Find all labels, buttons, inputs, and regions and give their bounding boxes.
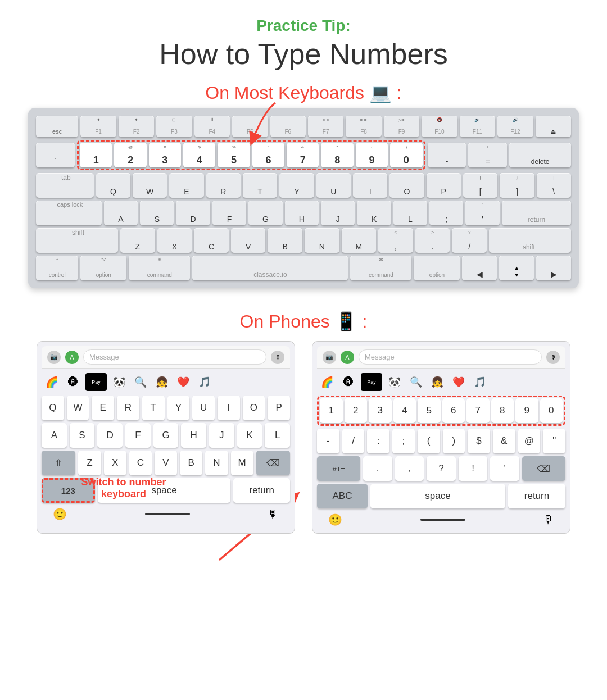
key-t[interactable]: T (243, 173, 277, 198)
key-h[interactable]: H (285, 201, 319, 225)
key-left-arrow[interactable]: ◀ (462, 256, 497, 280)
pkey-e[interactable]: E (92, 396, 114, 420)
emoji-memoji1[interactable]: 🐼 (110, 373, 128, 391)
pkey-backspace-left[interactable]: ⌫ (256, 451, 290, 475)
pkey-return-right[interactable]: return (508, 484, 565, 508)
pkey-lparen[interactable]: ( (418, 429, 440, 453)
key-rbracket[interactable]: }] (500, 173, 534, 198)
pkey-x[interactable]: X (104, 451, 126, 475)
key-n[interactable]: N (305, 228, 339, 253)
pkey-apos[interactable]: ' (490, 456, 519, 481)
key-s[interactable]: S (140, 201, 174, 225)
emoji-music-r[interactable]: 🎵 (471, 373, 489, 391)
key-f12[interactable]: 🔊F12 (497, 116, 533, 137)
pkey-num1[interactable]: 1 (320, 398, 343, 423)
left-phone-message-input[interactable]: Message (83, 349, 266, 365)
key-o[interactable]: O (389, 173, 424, 198)
left-phone-audio-icon[interactable]: 🎙 (271, 351, 284, 364)
emoji-memoji1-r[interactable]: 🐼 (386, 373, 404, 391)
pkey-w[interactable]: W (67, 396, 89, 420)
emoji-heart-r[interactable]: ❤️ (450, 373, 468, 391)
key-lbracket[interactable]: {[ (463, 173, 497, 198)
emoji-button-left[interactable]: 🙂 (53, 507, 67, 521)
key-semicolon[interactable]: :; (429, 201, 463, 225)
pkey-num9[interactable]: 9 (515, 398, 538, 423)
key-comma[interactable]: <, (378, 228, 413, 253)
key-y[interactable]: Y (279, 173, 314, 198)
pkey-shift[interactable]: ⇧ (42, 451, 75, 475)
right-phone-message-input[interactable]: Message (359, 349, 542, 365)
key-ctrl-left[interactable]: ^control (36, 256, 78, 280)
key-9[interactable]: (9 (356, 143, 388, 167)
pkey-return-left[interactable]: return (233, 478, 290, 503)
pkey-h[interactable]: H (181, 423, 206, 448)
key-cmd-left[interactable]: ⌘command (129, 256, 190, 280)
pkey-colon[interactable]: : (367, 429, 389, 453)
emoji-heart[interactable]: ❤️ (174, 373, 192, 391)
key-f10[interactable]: 🔇F10 (422, 116, 457, 137)
pkey-num6[interactable]: 6 (442, 398, 465, 423)
key-r[interactable]: R (206, 173, 241, 198)
key-f4[interactable]: ⠿F4 (194, 116, 230, 137)
pkey-i[interactable]: I (218, 396, 240, 420)
right-phone-audio-icon[interactable]: 🎙 (546, 351, 560, 364)
key-f11[interactable]: 🔉F11 (460, 116, 495, 137)
key-v[interactable]: V (231, 228, 266, 253)
pkey-comma-r[interactable]: , (395, 456, 424, 481)
pkey-semicolon[interactable]: ; (392, 429, 415, 453)
key-f3[interactable]: ⊞F3 (156, 116, 192, 137)
key-cmd-right[interactable]: ⌘command (350, 256, 411, 280)
key-f1[interactable]: ✦F1 (80, 116, 116, 137)
pkey-n[interactable]: N (205, 451, 228, 475)
key-f8[interactable]: ⊳⊳F8 (346, 116, 381, 137)
key-right-arrow[interactable]: ▶ (536, 256, 571, 280)
pkey-at[interactable]: @ (518, 429, 541, 453)
key-tab[interactable]: tab (36, 173, 94, 198)
emoji-memoji2[interactable]: 👧 (153, 373, 171, 391)
key-8[interactable]: *8 (321, 143, 353, 167)
key-k[interactable]: K (357, 201, 391, 225)
pkey-ampersand[interactable]: & (493, 429, 515, 453)
pkey-backspace-right[interactable]: ⌫ (522, 456, 565, 481)
pkey-quote[interactable]: " (543, 429, 565, 453)
key-tilde[interactable]: ~ ` (36, 143, 75, 167)
key-power[interactable]: ⏏ (536, 116, 571, 137)
emoji-music[interactable]: 🎵 (196, 373, 214, 391)
pkey-o[interactable]: O (243, 396, 265, 420)
mic-button-left[interactable]: 🎙 (268, 508, 279, 521)
pkey-num0[interactable]: 0 (540, 398, 563, 423)
pkey-b[interactable]: B (180, 451, 202, 475)
pkey-y[interactable]: Y (167, 396, 190, 420)
pkey-u[interactable]: U (192, 396, 215, 420)
key-0[interactable]: )0 (390, 143, 422, 167)
pkey-j[interactable]: J (209, 423, 234, 448)
emoji-memoji2-r[interactable]: 👧 (428, 373, 446, 391)
pkey-num8[interactable]: 8 (491, 398, 514, 423)
pkey-m[interactable]: M (231, 451, 253, 475)
key-j[interactable]: J (321, 201, 355, 225)
pkey-exclaim[interactable]: ! (459, 456, 488, 481)
key-z[interactable]: Z (120, 228, 155, 253)
key-option-left[interactable]: ⌥option (80, 256, 126, 280)
key-u[interactable]: U (316, 173, 351, 198)
key-4[interactable]: $4 (183, 143, 215, 167)
key-return[interactable]: return (502, 201, 571, 225)
pkey-abc[interactable]: ABC (317, 484, 368, 508)
key-g[interactable]: G (248, 201, 282, 225)
key-d[interactable]: D (176, 201, 210, 225)
key-w[interactable]: W (133, 173, 167, 198)
pkey-q[interactable]: Q (42, 396, 64, 420)
key-x[interactable]: X (157, 228, 192, 253)
pkey-l[interactable]: L (265, 423, 290, 448)
pkey-num7[interactable]: 7 (466, 398, 490, 423)
emoji-applepay-r[interactable]: Pay (361, 373, 382, 391)
key-i[interactable]: I (353, 173, 387, 198)
key-1[interactable]: !1 (80, 143, 112, 167)
pkey-space-right[interactable]: space (370, 484, 505, 508)
key-c[interactable]: C (194, 228, 229, 253)
emoji-search[interactable]: 🔍 (132, 373, 150, 391)
emoji-photos[interactable]: 🌈 (43, 373, 61, 391)
key-3[interactable]: #3 (149, 143, 181, 167)
key-quote[interactable]: "' (465, 201, 499, 225)
key-space[interactable]: classace.io (192, 256, 348, 280)
